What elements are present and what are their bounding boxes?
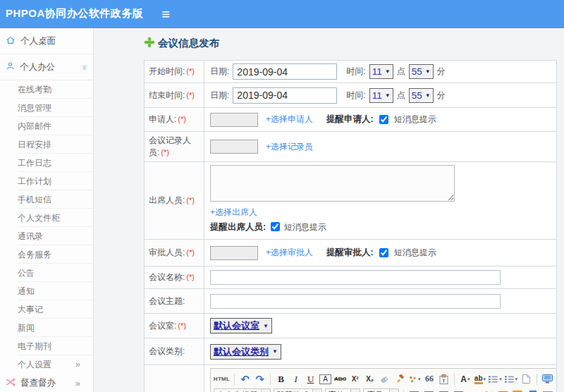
select-applicant-link[interactable]: +选择申请人 [266, 114, 313, 125]
approver-input[interactable] [210, 246, 258, 260]
font-color-icon[interactable]: A▾ [459, 373, 471, 386]
sms-label: 短消息提示 [394, 114, 436, 125]
sidebar-item-contacts[interactable]: 通讯录 [18, 227, 93, 245]
sidebar-item-personal-office[interactable]: 个人办公 » [0, 54, 93, 80]
sidebar-item-personal-file-cabinet[interactable]: 个人文件柜 [18, 209, 93, 227]
unlink-icon[interactable] [482, 389, 494, 392]
sidebar-item-label: 个人办公 [20, 61, 78, 73]
link-icon[interactable] [467, 389, 479, 392]
chevron-down-icon: ▼ [385, 92, 391, 99]
align-center-icon[interactable] [423, 389, 435, 392]
scrawl-icon[interactable] [512, 389, 524, 392]
applicant-sms-checkbox[interactable] [379, 115, 388, 124]
sidebar-item-announcement[interactable]: 公告 [18, 264, 93, 282]
applicant-label: 申请人:(*) [145, 108, 204, 132]
font-size-select[interactable]: 字号▾ [363, 388, 399, 392]
justify-icon[interactable] [453, 389, 465, 392]
sidebar-item-message-management[interactable]: 消息管理 [18, 99, 93, 117]
sidebar-item-notice[interactable]: 通知 [18, 282, 93, 300]
select-approver-link[interactable]: +选择审批人 [266, 247, 313, 259]
blockquote-icon[interactable]: 66 [423, 373, 435, 386]
sidebar-item-label: 个人桌面 [20, 35, 87, 47]
subscript-button[interactable]: X₂ [364, 373, 376, 386]
main-content: 会议信息发布 开始时间:(*) 日期: 时间: 11▼ 点 55▼ 分 [94, 28, 564, 392]
hour-unit-label: 点 [397, 90, 405, 102]
font-border-button[interactable]: A [319, 374, 331, 384]
app-title: PHPOA协同办公软件政务版 [0, 7, 143, 20]
chevron-down-icon: ▼ [425, 68, 431, 75]
redo-icon[interactable]: ↷ [254, 373, 266, 386]
sidebar-item-e-journal[interactable]: 电子期刊 [18, 337, 93, 355]
start-hour-select[interactable]: 11▼ [369, 64, 393, 79]
new-page-icon[interactable] [520, 373, 532, 386]
attendees-textarea[interactable] [210, 165, 455, 202]
attendees-sms-checkbox[interactable] [271, 222, 280, 231]
sms-label: 短消息提示 [284, 222, 326, 232]
chevron-down-icon: ▼ [272, 348, 278, 355]
autotypeset-icon[interactable]: ▾ [408, 373, 420, 386]
start-date-input[interactable] [233, 63, 337, 80]
meeting-subject-input[interactable] [210, 294, 501, 309]
table-icon[interactable] [541, 389, 553, 392]
meeting-category-select[interactable]: 默认会议类别▼ [210, 344, 281, 360]
align-left-icon[interactable] [408, 389, 420, 392]
superscript-button[interactable]: X² [349, 373, 361, 386]
underline-button[interactable]: U [305, 373, 317, 386]
select-recorder-link[interactable]: +选择记录员 [266, 141, 313, 153]
align-right-icon[interactable] [438, 389, 450, 392]
applicant-input[interactable] [210, 113, 258, 127]
sidebar-item-conference-service[interactable]: 会务服务 [18, 245, 93, 264]
pagebreak-icon[interactable] [527, 389, 539, 392]
sidebar-item-mobile-sms[interactable]: 手机短信 [18, 190, 93, 209]
italic-button[interactable]: I [290, 373, 302, 386]
end-minute-select[interactable]: 55▼ [409, 88, 434, 103]
ordered-list-icon[interactable]: ▾ [489, 373, 501, 386]
meeting-content-label [145, 365, 204, 392]
format-brush-icon[interactable] [393, 373, 405, 386]
html-source-button[interactable]: HTML [214, 373, 230, 386]
font-family-select[interactable]: 字体▾ [325, 388, 361, 392]
start-minute-select[interactable]: 55▼ [409, 64, 434, 79]
end-date-input[interactable] [233, 87, 337, 104]
page-title-text: 会议信息发布 [158, 37, 219, 50]
paste-plain-icon[interactable]: T [438, 373, 450, 386]
sidebar-item-supervision[interactable]: 督查督办 » [0, 374, 93, 392]
eraser-icon[interactable] [379, 373, 391, 386]
highlight-color-icon[interactable]: ab▾ [474, 373, 486, 386]
sidebar-item-internal-mail[interactable]: 内部邮件 [18, 117, 93, 135]
undo-icon[interactable]: ↶ [239, 373, 251, 386]
sidebar-submenu: 在线考勤 消息管理 内部邮件 日程安排 工作日志 工作计划 手机短信 个人文件柜… [18, 80, 93, 374]
recorder-label: 会议记录人员:(*) [145, 132, 204, 162]
chevron-down-icon: ▼ [385, 68, 391, 75]
rich-text-editor: HTML ↶ ↷ B I U A ABC [210, 368, 557, 392]
fullscreen-icon[interactable] [541, 373, 553, 386]
meeting-category-label: 会议类别: [145, 338, 204, 365]
sidebar-item-work-log[interactable]: 工作日志 [18, 154, 93, 172]
custom-title-select[interactable]: 自定义标题▾ [214, 388, 271, 392]
meeting-room-select[interactable]: 默认会议室▼ [210, 318, 272, 333]
date-label: 日期: [210, 90, 229, 102]
end-hour-select[interactable]: 11▼ [369, 88, 393, 103]
unordered-list-icon[interactable]: ▾ [505, 373, 517, 386]
strikethrough-button[interactable]: ABC [334, 373, 346, 386]
sidebar-item-personal-desktop[interactable]: 个人桌面 [0, 28, 93, 54]
sidebar-item-online-attendance[interactable]: 在线考勤 [18, 80, 93, 99]
meeting-name-input[interactable] [210, 270, 501, 285]
supervision-icon [6, 377, 16, 389]
hamburger-menu-icon[interactable]: ≡ [161, 7, 170, 21]
recorder-input[interactable] [210, 140, 258, 154]
paragraph-format-select[interactable]: 段落格式▾ [274, 388, 322, 392]
approver-sms-checkbox[interactable] [379, 248, 388, 257]
remind-applicant-label: 提醒申请人: [326, 114, 374, 125]
start-time-label: 开始时间:(*) [145, 61, 204, 83]
image-icon[interactable] [497, 389, 509, 392]
sidebar-item-personal-settings[interactable]: 个人设置 » [18, 355, 93, 374]
end-time-label: 结束时间:(*) [145, 83, 204, 108]
sidebar-item-schedule[interactable]: 日程安排 [18, 135, 93, 154]
bold-button[interactable]: B [275, 373, 287, 386]
sidebar-item-work-plan[interactable]: 工作计划 [18, 172, 93, 190]
sidebar-item-memorabilia[interactable]: 大事记 [18, 300, 93, 319]
select-attendees-link[interactable]: +选择出席人 [210, 207, 257, 217]
sidebar-item-news[interactable]: 新闻 [18, 319, 93, 337]
meeting-name-label: 会议名称:(*) [145, 267, 204, 289]
